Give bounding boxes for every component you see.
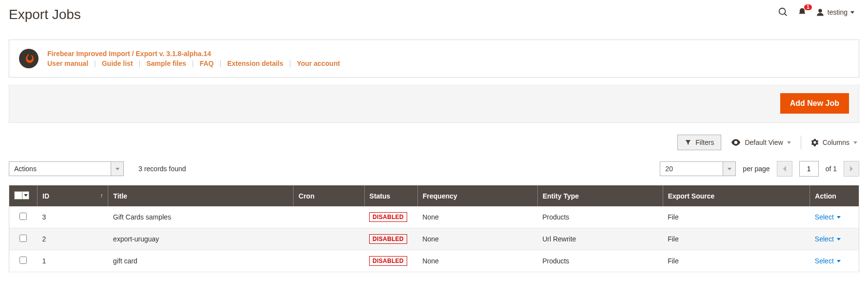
row-checkbox[interactable]: [20, 257, 27, 264]
banner-title: Firebear Improved Import / Export v. 3.1…: [47, 50, 340, 58]
separator: [801, 136, 801, 149]
cell-cron: [294, 206, 364, 228]
per-page-label: per page: [743, 165, 769, 173]
extension-banner: Firebear Improved Import / Export v. 3.1…: [9, 40, 859, 78]
banner-link-user-manual[interactable]: User manual: [47, 60, 88, 67]
notifications-icon[interactable]: 1: [797, 7, 807, 17]
page-of-label: of 1: [826, 165, 837, 173]
search-icon[interactable]: [778, 7, 789, 18]
eye-icon: [731, 139, 741, 146]
columns-button[interactable]: Columns: [811, 139, 857, 146]
columns-label: Columns: [823, 139, 849, 146]
gear-icon: [811, 139, 819, 146]
select-all-checkbox[interactable]: [14, 191, 29, 199]
bulk-actions-label: Actions: [9, 161, 111, 176]
cell-frequency: None: [417, 228, 537, 250]
row-checkbox[interactable]: [20, 213, 27, 220]
row-action-select[interactable]: Select: [815, 257, 841, 265]
cell-cron: [294, 250, 364, 272]
user-menu[interactable]: testing: [816, 8, 854, 17]
row-action-select[interactable]: Select: [815, 235, 841, 243]
svg-point-0: [779, 8, 786, 15]
table-row: 3 Gift Cards samples DISABLED None Produ…: [9, 206, 859, 228]
jobs-table: ID↑ Title Cron Status Frequency Entity T…: [9, 185, 859, 272]
filters-button[interactable]: Filters: [677, 135, 721, 150]
default-view-button[interactable]: Default View: [731, 139, 790, 146]
page-title: Export Jobs: [9, 7, 81, 22]
banner-link-your-account[interactable]: Your account: [297, 60, 340, 67]
cell-frequency: None: [417, 206, 537, 228]
user-name: testing: [828, 8, 848, 16]
sort-asc-icon: ↑: [100, 192, 103, 199]
user-icon: [816, 8, 825, 17]
page-number-input[interactable]: [799, 161, 819, 177]
cell-entity-type: Products: [537, 250, 663, 272]
col-header-cron[interactable]: Cron: [294, 185, 364, 206]
col-header-title[interactable]: Title: [108, 185, 294, 206]
col-header-action: Action: [810, 185, 859, 206]
chevron-left-icon: [783, 166, 787, 172]
records-found-label: 3 records found: [138, 165, 186, 173]
svg-point-2: [818, 9, 822, 13]
per-page-select[interactable]: 20: [660, 161, 736, 176]
next-page-button[interactable]: [844, 161, 859, 177]
chevron-down-icon: [24, 194, 28, 197]
banner-link-sample-files[interactable]: Sample files: [146, 60, 186, 67]
cell-id: 2: [38, 228, 108, 250]
firebear-logo-icon: [19, 49, 39, 68]
chevron-right-icon: [849, 166, 853, 172]
chevron-down-icon: [853, 141, 857, 144]
cell-entity-type: Url Rewrite: [537, 228, 663, 250]
filters-label: Filters: [695, 139, 714, 146]
status-badge: DISABLED: [369, 256, 407, 266]
cell-export-source: File: [663, 250, 810, 272]
chevron-down-icon: [728, 168, 731, 170]
cell-id: 1: [38, 250, 108, 272]
banner-link-guide-list[interactable]: Guide list: [102, 60, 133, 67]
table-row: 2 export-uruguay DISABLED None Url Rewri…: [9, 228, 859, 250]
col-header-export-source[interactable]: Export Source: [663, 185, 810, 206]
cell-entity-type: Products: [537, 206, 663, 228]
row-checkbox[interactable]: [20, 235, 27, 242]
cell-cron: [294, 228, 364, 250]
chevron-down-icon: [116, 168, 119, 170]
cell-id: 3: [38, 206, 108, 228]
funnel-icon: [685, 139, 691, 146]
cell-title: gift card: [108, 250, 294, 272]
bulk-actions-select[interactable]: Actions: [9, 161, 124, 176]
per-page-value: 20: [660, 161, 723, 176]
prev-page-button[interactable]: [777, 161, 792, 177]
cell-title: Gift Cards samples: [108, 206, 294, 228]
col-header-status[interactable]: Status: [364, 185, 417, 206]
chevron-down-icon: [850, 11, 854, 14]
notifications-count-badge: 1: [804, 4, 812, 10]
banner-link-extension-details[interactable]: Extension details: [227, 60, 283, 67]
chevron-down-icon: [837, 216, 841, 219]
add-new-job-button[interactable]: Add New Job: [780, 93, 849, 114]
col-header-entity-type[interactable]: Entity Type: [537, 185, 663, 206]
table-row: 1 gift card DISABLED None Products File …: [9, 250, 859, 272]
status-badge: DISABLED: [369, 212, 407, 222]
col-header-frequency[interactable]: Frequency: [417, 185, 537, 206]
chevron-down-icon: [787, 141, 791, 144]
col-header-id[interactable]: ID↑: [38, 185, 108, 206]
chevron-down-icon: [837, 260, 841, 262]
svg-line-1: [785, 14, 787, 16]
status-badge: DISABLED: [369, 234, 407, 244]
banner-link-faq[interactable]: FAQ: [199, 60, 214, 67]
row-action-select[interactable]: Select: [815, 213, 841, 221]
chevron-down-icon: [837, 238, 841, 240]
cell-export-source: File: [663, 206, 810, 228]
cell-export-source: File: [663, 228, 810, 250]
default-view-label: Default View: [745, 139, 783, 146]
cell-title: export-uruguay: [108, 228, 294, 250]
cell-frequency: None: [417, 250, 537, 272]
